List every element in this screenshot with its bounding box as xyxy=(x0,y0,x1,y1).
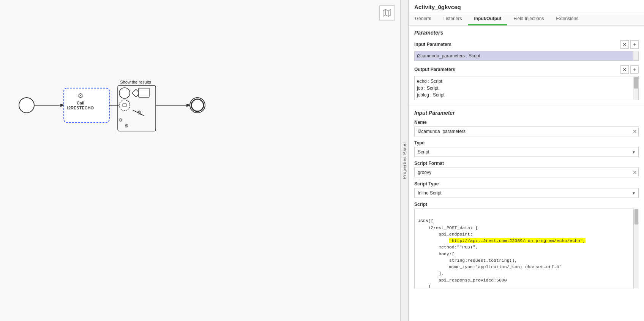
tab-field-injections[interactable]: Field Injections xyxy=(507,13,550,25)
output-params-label: Output Parameters xyxy=(414,67,455,72)
svg-text:🗑: 🗑 xyxy=(137,110,142,116)
parameters-title: Parameters xyxy=(409,26,644,38)
svg-point-3 xyxy=(19,98,34,113)
input-params-scrollbar xyxy=(633,51,638,60)
tab-input-output[interactable]: Input/Output xyxy=(468,13,507,25)
tab-general[interactable]: General xyxy=(409,13,437,25)
type-label: Type xyxy=(414,140,639,145)
properties-panel: Activity_0gkvceq General Listeners Input… xyxy=(409,0,644,321)
script-format-group: Script Format ✕ xyxy=(414,161,639,177)
output-param-job[interactable]: job : Script xyxy=(417,85,631,92)
input-parameter-detail: Input Parameter Name ✕ Type Script Strin… xyxy=(409,106,644,296)
output-params-scrollbar xyxy=(633,76,638,100)
props-body: Parameters Input Parameters ✕ + i2camund… xyxy=(409,26,644,321)
svg-rect-5 xyxy=(64,88,109,122)
name-group: Name ✕ xyxy=(414,120,639,136)
tab-extensions[interactable]: Extensions xyxy=(550,13,584,25)
script-scrollbar xyxy=(633,209,639,288)
script-type-label: Script Type xyxy=(414,181,639,187)
output-params-buttons: ✕ + xyxy=(620,65,639,74)
name-clear-button[interactable]: ✕ xyxy=(633,129,637,134)
input-param-row[interactable]: i2camunda_parameters : Script xyxy=(415,51,638,60)
remove-input-param-button[interactable]: ✕ xyxy=(620,40,629,49)
input-params-buttons: ✕ + xyxy=(620,40,639,49)
input-parameter-title: Input Parameter xyxy=(414,110,639,116)
script-type-select-wrap: Inline Script External Resource ▼ xyxy=(414,188,639,198)
name-input-wrap: ✕ xyxy=(414,127,639,136)
properties-panel-label: Properties Panel xyxy=(402,142,407,179)
remove-output-param-button[interactable]: ✕ xyxy=(620,65,629,74)
parameters-section: Parameters Input Parameters ✕ + i2camund… xyxy=(409,26,644,106)
svg-text:⚙: ⚙ xyxy=(77,92,84,100)
name-input[interactable] xyxy=(414,127,639,136)
output-params-list: echo : Script job : Script joblog : Scri… xyxy=(414,76,639,100)
svg-marker-0 xyxy=(383,9,391,16)
activity-title: Activity_0gkvceq xyxy=(409,0,644,13)
script-format-label: Script Format xyxy=(414,161,639,166)
properties-panel-strip[interactable]: Properties Panel xyxy=(400,0,409,321)
svg-text:⚙: ⚙ xyxy=(125,123,129,128)
svg-text:Call: Call xyxy=(77,101,84,105)
type-group: Type Script String List Map ▼ xyxy=(414,140,639,157)
script-type-group: Script Type Inline Script External Resou… xyxy=(414,181,639,198)
input-params-header: Input Parameters ✕ + xyxy=(409,38,644,51)
script-area-wrap: JSON([ i2rest_POST_data: [ api_endpoint:… xyxy=(414,209,639,288)
output-params-header: Output Parameters ✕ + xyxy=(409,63,644,76)
tab-listeners[interactable]: Listeners xyxy=(437,13,468,25)
svg-rect-12 xyxy=(139,88,149,97)
type-select[interactable]: Script String List Map xyxy=(414,147,639,157)
svg-text:⚙: ⚙ xyxy=(118,117,123,123)
output-param-echo[interactable]: echo : Script xyxy=(417,78,631,85)
add-output-param-button[interactable]: + xyxy=(630,65,639,74)
script-group: Script JSON([ i2rest_POST_data: [ api_en… xyxy=(414,202,639,288)
name-label: Name xyxy=(414,120,639,125)
type-select-wrap: Script String List Map ▼ xyxy=(414,147,639,157)
bpmn-diagram: ⚙ Call I2RESTECHO 🗑 ⚙ ⚙ xyxy=(8,30,266,182)
svg-point-23 xyxy=(191,99,204,111)
script-editor[interactable]: JSON([ i2rest_POST_data: [ api_endpoint:… xyxy=(414,209,639,288)
svg-point-13 xyxy=(119,100,130,111)
script-label: Script xyxy=(414,202,639,207)
svg-text:I2RESTECHO: I2RESTECHO xyxy=(67,106,94,110)
output-param-joblog[interactable]: joblog : Script xyxy=(417,92,631,98)
script-highlight: "http://api.i2rest.com:22089/run_program… xyxy=(449,238,586,243)
input-params-label: Input Parameters xyxy=(414,42,451,47)
script-format-clear-button[interactable]: ✕ xyxy=(633,170,637,175)
output-params-content: echo : Script job : Script joblog : Scri… xyxy=(415,76,638,100)
input-params-list: i2camunda_parameters : Script xyxy=(414,51,639,61)
script-format-input[interactable] xyxy=(414,168,639,177)
script-format-input-wrap: ✕ xyxy=(414,168,639,177)
add-input-param-button[interactable]: + xyxy=(630,40,639,49)
tabs-bar: General Listeners Input/Output Field Inj… xyxy=(409,13,644,26)
script-type-select[interactable]: Inline Script External Resource xyxy=(414,188,639,198)
svg-point-10 xyxy=(119,88,130,98)
map-icon[interactable] xyxy=(379,5,395,21)
bpmn-canvas: ⚙ Call I2RESTECHO 🗑 ⚙ ⚙ xyxy=(0,0,400,321)
svg-text:Show the results: Show the results xyxy=(120,80,151,84)
